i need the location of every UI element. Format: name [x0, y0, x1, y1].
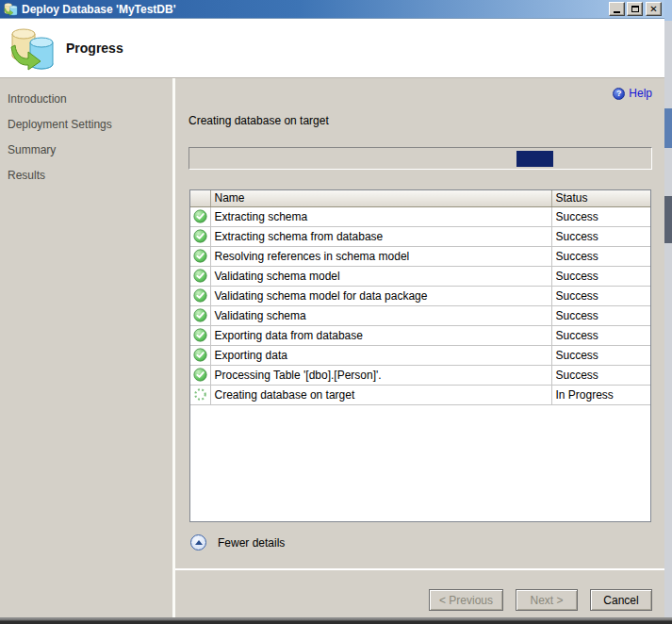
background-window-strip: [664, 0, 672, 617]
sidebar-item-deployment-settings[interactable]: Deployment Settings: [0, 112, 172, 138]
table-row[interactable]: Validating schema Success: [190, 305, 651, 325]
task-icon-cell: [190, 266, 210, 286]
sidebar-item-summary[interactable]: Summary: [0, 138, 172, 163]
task-icon-cell: [190, 305, 210, 325]
window-title: Deploy Database 'MyTestDB': [22, 3, 607, 16]
results-panel: ? Help Creating database on target Name …: [175, 78, 664, 617]
task-status-cell: Success: [551, 286, 651, 305]
task-name-cell: Creating database on target: [210, 385, 551, 404]
progress-marquee-block: [516, 151, 553, 167]
maximize-button[interactable]: [627, 2, 643, 16]
progress-table-body: Extracting schema Success Extracting sch…: [190, 206, 651, 404]
task-status-cell: Success: [551, 266, 651, 286]
task-icon-cell: [190, 286, 210, 305]
page-title: Progress: [66, 41, 123, 56]
task-icon-cell: [190, 365, 210, 385]
help-link[interactable]: ? Help: [613, 87, 652, 100]
table-row[interactable]: Validating schema model for data package…: [190, 286, 651, 305]
progress-bar: [188, 147, 652, 170]
table-row[interactable]: Exporting data from database Success: [190, 325, 651, 345]
task-name-cell: Extracting schema: [210, 206, 551, 226]
task-name-cell: Exporting data from database: [210, 325, 551, 345]
wizard-header: Progress: [0, 19, 664, 78]
wizard-step-sidebar: Introduction Deployment Settings Summary…: [0, 78, 172, 617]
task-status-cell: Success: [551, 365, 651, 385]
task-icon-cell: [190, 246, 210, 266]
task-icon-cell: [190, 226, 210, 246]
table-header-row: Name Status: [190, 190, 651, 206]
previous-button[interactable]: < Previous: [429, 589, 503, 611]
success-icon: [193, 249, 207, 263]
table-row[interactable]: Exporting data Success: [190, 345, 651, 365]
success-icon: [193, 368, 207, 382]
column-header-status[interactable]: Status: [551, 190, 651, 206]
maximize-icon: [631, 6, 639, 12]
minimize-button[interactable]: [609, 2, 625, 16]
wizard-button-bar: < Previous Next > Cancel: [175, 568, 664, 617]
task-status-cell: Success: [551, 345, 651, 365]
task-name-cell: Processing Table '[dbo].[Person]'.: [210, 365, 551, 385]
current-operation-label: Creating database on target: [188, 114, 329, 127]
table-row[interactable]: Creating database on target In Progress: [190, 385, 651, 404]
success-icon: [193, 288, 207, 303]
task-status-cell: Success: [551, 206, 651, 226]
task-status-cell: Success: [551, 305, 651, 325]
task-status-cell: Success: [551, 246, 651, 266]
progress-table: Name Status Extracting schema Success: [189, 189, 651, 522]
deploy-database-header-icon: [9, 25, 55, 72]
sidebar-item-introduction[interactable]: Introduction: [0, 87, 172, 112]
success-icon: [193, 209, 207, 223]
task-status-cell: In Progress: [551, 385, 651, 404]
column-header-icon: [190, 190, 210, 206]
task-name-cell: Exporting data: [210, 345, 551, 365]
deploy-database-icon: [4, 2, 18, 16]
table-row[interactable]: Processing Table '[dbo].[Person]'. Succe…: [190, 365, 651, 385]
success-icon: [193, 269, 207, 283]
details-toggle-button[interactable]: Fewer details: [190, 534, 285, 550]
task-name-cell: Extracting schema from database: [210, 226, 551, 246]
help-icon: ?: [613, 88, 625, 100]
task-status-cell: Success: [551, 325, 651, 345]
task-name-cell: Validating schema model for data package: [210, 286, 551, 305]
next-button[interactable]: Next >: [516, 589, 578, 611]
success-icon: [193, 348, 207, 362]
title-bar: Deploy Database 'MyTestDB' ✕: [0, 0, 664, 19]
success-icon: [193, 308, 207, 322]
close-button[interactable]: ✕: [646, 2, 662, 16]
success-icon: [193, 328, 207, 342]
window-bottom-edge: [0, 617, 672, 624]
task-status-cell: Success: [551, 226, 651, 246]
task-name-cell: Validating schema: [210, 305, 551, 325]
task-name-cell: Resolving references in schema model: [210, 246, 551, 266]
cancel-button[interactable]: Cancel: [590, 589, 652, 611]
in-progress-icon: [193, 387, 207, 402]
close-icon: ✕: [649, 5, 657, 14]
help-label: Help: [629, 87, 652, 100]
table-row[interactable]: Resolving references in schema model Suc…: [190, 246, 651, 266]
details-toggle-label: Fewer details: [218, 536, 285, 550]
sidebar-item-results[interactable]: Results: [0, 163, 172, 189]
table-row[interactable]: Extracting schema Success: [190, 206, 651, 226]
task-icon-cell: [190, 325, 210, 345]
column-header-name[interactable]: Name: [210, 190, 551, 206]
chevron-up-circle-icon: [190, 534, 206, 550]
success-icon: [193, 229, 207, 243]
minimize-icon: [614, 11, 620, 13]
table-row[interactable]: Extracting schema from database Success: [190, 226, 651, 246]
task-icon-cell: [190, 206, 210, 226]
task-icon-cell: [190, 385, 210, 404]
table-row[interactable]: Validating schema model Success: [190, 266, 651, 286]
task-name-cell: Validating schema model: [210, 266, 551, 286]
task-icon-cell: [190, 345, 210, 365]
